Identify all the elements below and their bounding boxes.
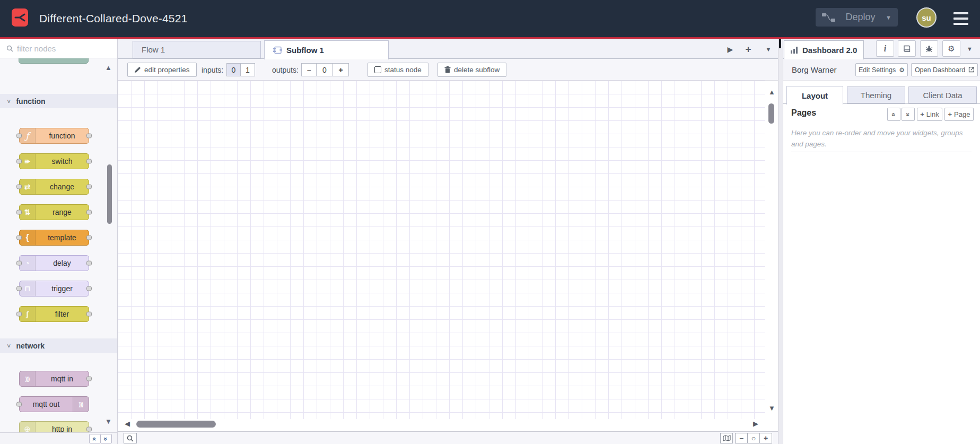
search-input[interactable] (17, 44, 102, 53)
delete-subflow-button[interactable]: delete subflow (438, 63, 506, 77)
plus-icon: + (948, 110, 952, 118)
node-output-port[interactable] (86, 261, 92, 266)
node-input-port[interactable] (16, 402, 22, 407)
node-input-port[interactable] (16, 159, 22, 164)
open-dashboard-button[interactable]: Open Dashboard (911, 63, 978, 76)
hscroll-left-icon[interactable]: ◀ (125, 420, 130, 427)
deploy-caret-icon[interactable]: ▼ (886, 14, 891, 21)
palette-node-filter[interactable]: ∫filter (19, 306, 89, 322)
zoom-reset-button[interactable]: ○ (747, 433, 760, 443)
palette-node-mqtt-in[interactable]: )))mqtt in (19, 371, 89, 387)
outputs-value[interactable]: 0 (317, 63, 333, 76)
palette-node-trigger[interactable]: ⊓trigger (19, 281, 89, 297)
tab-flow-1[interactable]: Flow 1 (133, 41, 261, 58)
tab-layout[interactable]: Layout (786, 86, 843, 105)
docs-button[interactable] (898, 40, 916, 57)
hscroll-right-icon[interactable]: ▶ (753, 420, 758, 427)
palette-node-http-in[interactable]: ⊕http in (19, 421, 89, 432)
tab-subflow-1[interactable]: Subflow 1 (264, 40, 389, 59)
tab-theming[interactable]: Theming (847, 86, 905, 103)
deploy-button[interactable]: Deploy ▼ (816, 8, 898, 27)
vertical-scrollbar[interactable] (768, 103, 774, 124)
palette-search[interactable] (0, 39, 117, 58)
flow-list-dropdown-icon[interactable]: ▼ (762, 43, 775, 56)
palette-node-change[interactable]: ⇄change (19, 179, 89, 195)
palette-expand-all-button[interactable]: » (100, 434, 112, 443)
palette-node-list: ▲ ▼ >functionƒfunction⋔switch⇄change⇅ran… (0, 58, 117, 432)
horizontal-scrollbar[interactable] (136, 421, 216, 428)
palette-node-range[interactable]: ⇅range (19, 204, 89, 220)
node-output-port[interactable] (86, 377, 92, 381)
debug-button[interactable] (920, 40, 938, 57)
node-output-port[interactable] (86, 236, 92, 240)
category-header-function[interactable]: >function (0, 94, 117, 108)
category-header-network[interactable]: >network (0, 338, 117, 353)
info-button[interactable]: i (876, 40, 894, 57)
switch-icon: ⋔ (20, 154, 36, 169)
node-output-port[interactable] (86, 427, 92, 432)
vscroll-up-icon[interactable]: ▲ (768, 89, 775, 95)
palette-node-label: delay (36, 256, 89, 271)
tab-scroll-right-icon[interactable]: ▶ (723, 43, 737, 56)
flow-canvas[interactable] (118, 81, 778, 431)
inputs-toggle: 0 1 (226, 63, 255, 76)
canvas-gutter-bottom (118, 419, 778, 431)
palette-scroll-up-icon[interactable]: ▲ (105, 64, 112, 72)
palette-collapse-all-button[interactable]: « (89, 434, 101, 443)
node-output-port[interactable] (86, 185, 92, 189)
add-link-button[interactable]: +Link (917, 108, 942, 121)
edit-properties-button[interactable]: edit properties (127, 63, 197, 77)
outputs-decrease-button[interactable]: − (301, 63, 317, 76)
palette-node-template[interactable]: {template (19, 230, 89, 246)
main-menu-button[interactable] (953, 12, 968, 25)
filter-icon: ∫ (20, 307, 36, 321)
node-input-port[interactable] (16, 185, 22, 189)
node-input-port[interactable] (16, 210, 22, 215)
node-output-port[interactable] (86, 210, 92, 215)
function-icon: ƒ (20, 128, 36, 143)
node-output-port[interactable] (86, 312, 92, 317)
sidebar-dropdown-icon[interactable]: ▼ (967, 46, 973, 52)
inputs-option-1[interactable]: 1 (241, 63, 255, 76)
palette-node-switch[interactable]: ⋔switch (19, 153, 89, 169)
palette-scrollbar[interactable] (107, 164, 112, 224)
subflow-icon (273, 46, 282, 54)
node-input-port[interactable] (16, 134, 22, 138)
node-output-port[interactable] (86, 134, 92, 138)
pages-collapse-button[interactable]: « (887, 108, 900, 121)
node-output-port[interactable] (86, 286, 92, 291)
canvas-footer: − ○ + (118, 431, 778, 444)
tab-dashboard-2[interactable]: Dashboard 2.0 (784, 40, 864, 59)
palette-scroll-down-icon[interactable]: ▼ (105, 417, 112, 425)
pages-expand-button[interactable]: » (902, 108, 915, 121)
palette-node-mqtt-out[interactable]: )))mqtt out (19, 396, 89, 412)
node-input-port[interactable] (16, 261, 22, 266)
vscroll-down-icon[interactable]: ▼ (768, 405, 775, 412)
category-label: network (16, 342, 45, 350)
zoom-in-button[interactable]: + (759, 433, 772, 443)
add-flow-button[interactable]: + (741, 43, 755, 56)
bar-chart-icon (791, 47, 799, 54)
status-node-toggle[interactable]: status node (368, 63, 428, 77)
canvas-search-button[interactable] (124, 433, 137, 443)
navigator-map-button[interactable] (720, 433, 733, 443)
user-avatar[interactable]: su (916, 7, 937, 28)
palette-node-delay[interactable]: ◔delay (19, 255, 89, 271)
palette-node-clipped-top[interactable] (19, 58, 89, 64)
inputs-option-0[interactable]: 0 (226, 63, 241, 76)
tab-client-data[interactable]: Client Data (908, 86, 977, 103)
zoom-out-button[interactable]: − (735, 433, 748, 443)
node-output-port[interactable] (86, 159, 92, 164)
node-input-port[interactable] (16, 286, 22, 291)
status-node-checkbox[interactable] (374, 66, 381, 73)
palette-node-label: template (36, 230, 89, 245)
node-input-port[interactable] (16, 312, 22, 317)
add-page-button[interactable]: +Page (944, 108, 974, 121)
outputs-increase-button[interactable]: + (333, 63, 349, 76)
book-icon (903, 45, 911, 52)
edit-settings-button[interactable]: Edit Settings ⚙ (855, 63, 908, 76)
config-button[interactable]: ⚙ (942, 40, 960, 57)
node-input-port[interactable] (16, 236, 22, 240)
palette-node-function[interactable]: ƒfunction (19, 128, 89, 144)
sidebar-splitter[interactable] (778, 39, 783, 444)
